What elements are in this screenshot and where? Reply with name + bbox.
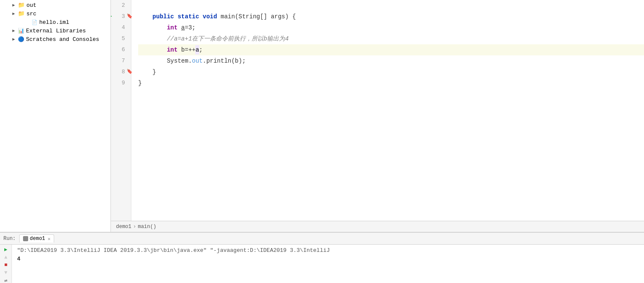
line-num-4: 4 [111, 22, 128, 33]
code-line-6: int b=++a; [138, 44, 644, 55]
run-down-button[interactable]: ▼ [2, 270, 10, 276]
tree-arrow-src [10, 10, 17, 17]
folder-icon-src: 📁 [18, 10, 25, 17]
code-line-4: int a=3; [138, 22, 644, 33]
run-button-line3[interactable]: ▶ [111, 13, 112, 20]
out-field: out [192, 56, 203, 66]
line-num-5: 5 [111, 33, 128, 44]
breadcrumb-sep: › [133, 224, 136, 230]
run-output-cmd: "D:\IDEA2019 3.3\IntelliJ IDEA 2019.3.3\… [17, 246, 639, 255]
tree-arrow-ext [10, 27, 17, 34]
keyword-void: void [203, 12, 217, 21]
editor-area: 2 ▶ 3 🔖 4 5 6 7 [111, 0, 644, 232]
run-tab-demo1[interactable]: demo1 ✕ [19, 234, 55, 243]
code-line-3: public static void main(String[] args) { [138, 11, 644, 22]
run-output-result: 4 [17, 255, 639, 263]
run-tab-icon [23, 236, 28, 241]
run-content: ▶ ▲ ■ ▼ ⇌ ⇒ "D:\IDEA2019 3.3\IntelliJ ID… [0, 245, 644, 283]
line-num-2: 2 [111, 0, 128, 11]
keyword-int-6: int [167, 45, 177, 55]
line-num-8: 8 🔖 [111, 66, 128, 78]
sidebar-item-external-libraries[interactable]: 📊 External Libraries [0, 26, 110, 35]
code-line-9: } [138, 78, 644, 89]
breadcrumb-demo1: demo1 [116, 224, 131, 230]
scratch-icon: 🔵 [18, 36, 24, 43]
run-panel: Run: demo1 ✕ ▶ ▲ ■ ▼ ⇌ ⇒ "D:\IDEA2019 3.… [0, 232, 644, 283]
ext-lib-icon: 📊 [18, 28, 24, 34]
line-num-9: 9 [111, 78, 128, 89]
sidebar-label-scratch: Scratches and Consoles [26, 36, 99, 43]
code-content[interactable]: public static void main(String[] args) {… [131, 0, 644, 221]
keyword-public: public [153, 12, 174, 21]
run-tab-close[interactable]: ✕ [48, 236, 51, 242]
code-line-7: System.out.println(b); [138, 55, 644, 66]
tree-arrow-scratch [10, 36, 17, 43]
main-area: 📁 out 📁 src hello.iml 📊 External Librari… [0, 0, 644, 232]
keyword-int-4: int [167, 23, 177, 32]
sidebar-item-scratches[interactable]: 🔵 Scratches and Consoles [0, 35, 110, 43]
editor-statusbar: demo1 › main() [111, 221, 644, 232]
sidebar-item-hello-iml[interactable]: hello.iml [0, 18, 110, 26]
sidebar-label-iml: hello.iml [39, 19, 69, 26]
run-play-button[interactable]: ▶ [2, 246, 10, 253]
var-a-highlight: a [195, 45, 199, 55]
sidebar-item-src[interactable]: 📁 src [0, 9, 110, 18]
sidebar-label-ext: External Libraries [26, 28, 86, 34]
run-toolbar: ▶ ▲ ■ ▼ ⇌ ⇒ [0, 245, 12, 283]
line-num-3: ▶ 3 🔖 [111, 11, 128, 22]
comment-line5: //a=a+1在下一条命令前执行，所以b输出为4 [167, 34, 289, 43]
run-tabs: Run: demo1 ✕ [0, 233, 644, 245]
bookmark-line3: 🔖 [127, 13, 133, 20]
line-num-6: 6 [111, 44, 128, 55]
tree-arrow-out [10, 2, 17, 9]
run-stop-button[interactable]: ■ [2, 262, 10, 268]
run-output: "D:\IDEA2019 3.3\IntelliJ IDEA 2019.3.3\… [12, 245, 644, 283]
code-line-2 [138, 0, 644, 11]
sidebar-item-out[interactable]: 📁 out [0, 1, 110, 9]
var-a: a [181, 23, 185, 32]
run-label: Run: [3, 236, 16, 242]
line-numbers: 2 ▶ 3 🔖 4 5 6 7 [111, 0, 131, 221]
sidebar: 📁 out 📁 src hello.iml 📊 External Librari… [0, 0, 111, 232]
breadcrumb-main: main() [138, 224, 156, 230]
iml-file-icon [32, 19, 38, 25]
run-wrap-button[interactable]: ⇌ [2, 277, 10, 283]
run-up-button[interactable]: ▲ [2, 254, 10, 260]
line-num-7: 7 [111, 55, 128, 66]
code-editor[interactable]: 2 ▶ 3 🔖 4 5 6 7 [111, 0, 644, 221]
sidebar-label-out: out [26, 2, 36, 9]
bookmark-line8: 🔖 [127, 68, 133, 76]
code-line-5: //a=a+1在下一条命令前执行，所以b输出为4 [138, 33, 644, 44]
folder-icon-out: 📁 [18, 2, 25, 9]
code-line-8: } [138, 66, 644, 78]
sidebar-label-src: src [26, 11, 36, 17]
run-tab-name: demo1 [30, 236, 45, 242]
keyword-static: static [177, 12, 199, 21]
